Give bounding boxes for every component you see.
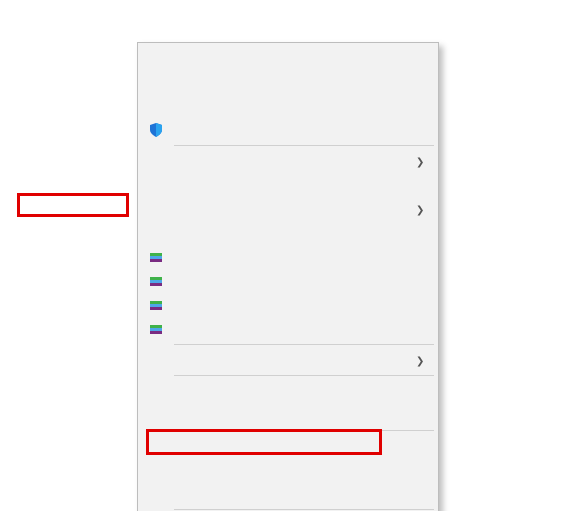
svg-rect-8 — [150, 304, 162, 307]
highlight-nvidia — [17, 193, 129, 217]
menu-give-access[interactable]: ❯ — [140, 149, 436, 173]
svg-rect-7 — [150, 301, 162, 304]
svg-rect-11 — [150, 328, 162, 331]
menu-compress-email[interactable] — [140, 293, 436, 317]
winrar-icon — [147, 248, 165, 266]
menu-copy[interactable] — [140, 403, 436, 427]
menu-delete[interactable] — [140, 458, 436, 482]
menu-open-new-window[interactable] — [140, 70, 436, 94]
svg-rect-5 — [150, 280, 162, 283]
chevron-right-icon: ❯ — [416, 204, 424, 215]
menu-separator — [174, 509, 434, 510]
menu-pin-quick-access[interactable] — [140, 94, 436, 118]
svg-rect-1 — [150, 253, 162, 256]
menu-defender[interactable] — [140, 118, 436, 142]
menu-send-to[interactable]: ❯ — [140, 348, 436, 372]
menu-restore-versions[interactable] — [140, 173, 436, 197]
winrar-icon — [147, 296, 165, 314]
context-menu: ❯ ❯ ❯ — [137, 42, 439, 511]
menu-open[interactable] — [140, 46, 436, 70]
svg-rect-4 — [150, 277, 162, 280]
svg-rect-2 — [150, 256, 162, 259]
menu-pin-start[interactable] — [140, 221, 436, 245]
menu-rename[interactable] — [140, 482, 436, 506]
menu-separator — [174, 375, 434, 376]
menu-create-shortcut[interactable] — [140, 434, 436, 458]
menu-cut[interactable] — [140, 379, 436, 403]
svg-rect-10 — [150, 325, 162, 328]
menu-add-archive[interactable] — [140, 245, 436, 269]
chevron-right-icon: ❯ — [416, 156, 424, 167]
menu-separator — [174, 344, 434, 345]
winrar-icon — [147, 320, 165, 338]
winrar-icon — [147, 272, 165, 290]
menu-include-library[interactable]: ❯ — [140, 197, 436, 221]
menu-separator — [174, 430, 434, 431]
menu-compress-nvidia-email[interactable] — [140, 317, 436, 341]
menu-add-nvidia-rar[interactable] — [140, 269, 436, 293]
shield-icon — [147, 121, 165, 139]
menu-separator — [174, 145, 434, 146]
chevron-right-icon: ❯ — [416, 355, 424, 366]
